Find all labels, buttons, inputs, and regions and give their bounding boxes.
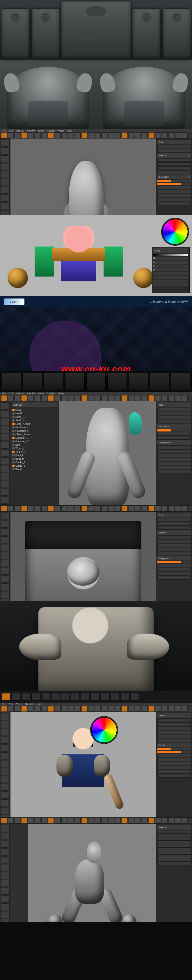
visibility-toggle-icon[interactable]	[12, 465, 14, 467]
visibility-toggle-icon[interactable]	[12, 468, 14, 470]
shelf-button[interactable]	[55, 506, 61, 511]
subtool-item[interactable]: Gauntlet_L	[12, 436, 57, 440]
shelf-button[interactable]	[75, 132, 81, 138]
render-shelf-button[interactable]	[130, 693, 139, 701]
panel-row[interactable]	[157, 189, 191, 193]
shelf-button[interactable]	[82, 818, 87, 824]
shelf-button[interactable]	[14, 818, 20, 824]
shelf-button[interactable]	[95, 506, 101, 511]
render-shelf-button[interactable]	[41, 693, 50, 701]
shelf-button[interactable]	[175, 506, 181, 511]
render-shelf-button[interactable]	[31, 693, 40, 701]
panel-row[interactable]	[157, 194, 191, 197]
shelf-button[interactable]	[28, 818, 34, 824]
panel-row[interactable]	[157, 186, 191, 189]
shelf-button[interactable]	[1, 706, 7, 712]
panel-row[interactable]	[157, 535, 191, 539]
visibility-toggle-icon[interactable]	[12, 412, 14, 415]
panel-row[interactable]	[157, 432, 191, 436]
channel-row[interactable]: A	[153, 268, 188, 271]
dock-button[interactable]	[1, 171, 10, 178]
shelf-button[interactable]	[14, 132, 20, 138]
shelf-button[interactable]	[108, 706, 114, 712]
panel-row[interactable]	[157, 522, 191, 525]
shelf-button[interactable]	[162, 818, 168, 824]
collapse-icon[interactable]: ▾	[189, 154, 190, 157]
shelf-button[interactable]	[182, 818, 188, 824]
menu-create[interactable]: Create	[16, 129, 24, 132]
shelf-button[interactable]	[1, 132, 7, 138]
dock-button[interactable]	[1, 418, 10, 425]
shelf-button[interactable]	[8, 818, 14, 824]
swatch-row[interactable]	[153, 280, 188, 283]
shelf-button[interactable]	[28, 706, 34, 712]
subtool-item[interactable]: Chest_Plate	[12, 433, 57, 436]
render-shelf-button[interactable]	[81, 693, 90, 701]
shelf-button[interactable]	[48, 506, 54, 511]
panel-row[interactable]	[157, 436, 191, 440]
dock-button[interactable]	[1, 426, 10, 433]
menu-bar[interactable]: File Edit Create Modify Tools Render Vie…	[0, 129, 192, 132]
shelf-button[interactable]	[21, 818, 27, 824]
dock-button[interactable]	[1, 552, 10, 559]
shelf-button[interactable]	[48, 395, 54, 401]
dock-button[interactable]	[1, 513, 10, 520]
shelf-button[interactable]	[61, 132, 67, 138]
left-dock[interactable]	[0, 824, 10, 922]
shelf-button[interactable]	[182, 506, 188, 511]
dock-button[interactable]	[1, 880, 10, 887]
dock-button[interactable]	[1, 752, 10, 759]
shelf-button[interactable]	[102, 818, 107, 824]
panel-row[interactable]	[157, 858, 191, 862]
timeline-thumb[interactable]	[107, 373, 127, 390]
shelf-button[interactable]	[48, 706, 54, 712]
panel-row[interactable]	[157, 834, 191, 837]
shelf-button[interactable]	[142, 706, 147, 712]
subtool-item[interactable]: Head	[12, 412, 57, 415]
panel-row[interactable]	[157, 718, 191, 722]
subtool-item[interactable]: Cable_B	[12, 464, 57, 468]
dock-button[interactable]	[1, 903, 10, 910]
visibility-toggle-icon[interactable]	[12, 419, 14, 422]
tool-shelf[interactable]	[0, 132, 192, 138]
shelf-button[interactable]	[35, 132, 40, 138]
visibility-toggle-icon[interactable]	[12, 447, 14, 450]
panel-row[interactable]	[157, 722, 191, 726]
shelf-button[interactable]	[35, 506, 40, 511]
dock-button[interactable]	[1, 848, 10, 856]
shelf-button[interactable]	[128, 395, 134, 401]
subtool-item[interactable]: Thigh_L	[12, 447, 57, 450]
panel-row[interactable]	[157, 851, 191, 854]
tool-shelf[interactable]	[0, 395, 192, 401]
color-slider[interactable]	[153, 254, 188, 256]
shelf-button[interactable]	[1, 818, 7, 824]
shelf-button[interactable]	[108, 132, 114, 138]
shelf-button[interactable]	[168, 395, 174, 401]
right-panel[interactable]: Tool Geometry Deformation	[156, 401, 192, 512]
shelf-button[interactable]	[162, 395, 168, 401]
shelf-button[interactable]	[108, 506, 114, 511]
dock-button[interactable]	[1, 402, 10, 409]
slider-resolution[interactable]	[157, 183, 191, 185]
shelf-button[interactable]	[14, 706, 20, 712]
menu-view[interactable]: View	[58, 129, 64, 132]
viewport-fullbody[interactable]	[59, 401, 156, 512]
dock-button[interactable]	[1, 745, 10, 751]
panel-row[interactable]	[157, 568, 191, 571]
shelf-button[interactable]	[115, 706, 121, 712]
dock-button[interactable]	[1, 568, 10, 574]
shelf-button[interactable]	[41, 506, 47, 511]
panel-row[interactable]	[157, 453, 191, 457]
panel-row[interactable]	[157, 198, 191, 201]
visibility-toggle-icon[interactable]	[12, 444, 14, 446]
dock-button[interactable]	[1, 776, 10, 783]
dock-button[interactable]	[1, 163, 10, 170]
shelf-button[interactable]	[21, 706, 27, 712]
shelf-button[interactable]	[135, 132, 141, 138]
dock-button[interactable]	[1, 450, 10, 457]
shelf-button[interactable]	[8, 132, 14, 138]
dock-button[interactable]	[1, 489, 10, 496]
menu-edit[interactable]: Edit	[9, 129, 14, 132]
shelf-button[interactable]	[28, 395, 34, 401]
panel-row[interactable]	[157, 458, 191, 461]
